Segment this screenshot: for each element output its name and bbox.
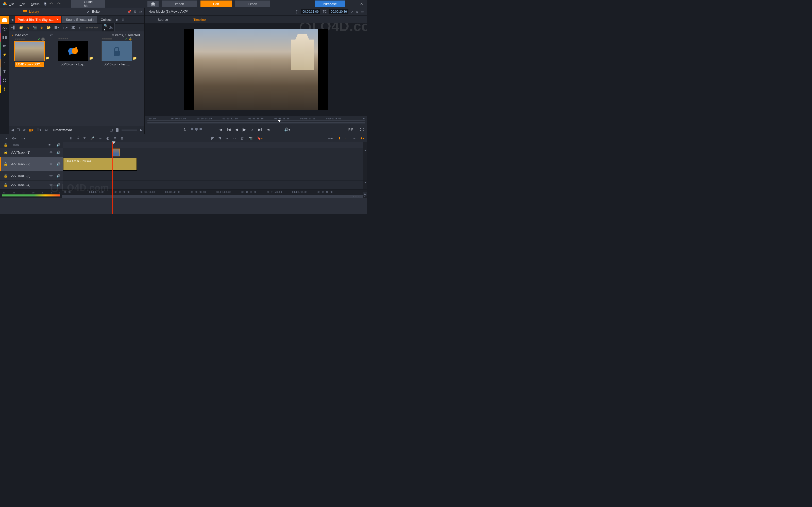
breadcrumb[interactable]: lo4d.com	[15, 33, 29, 37]
razor-icon[interactable]: ✂	[225, 136, 229, 140]
speaker-icon[interactable]: 🔊	[56, 174, 60, 178]
lock-icon[interactable]: 🔓	[4, 151, 8, 154]
preview-ruler[interactable]: :00.00 00:00:04.00 00:00:08.00 00:00:12.…	[145, 116, 367, 125]
purchase-button[interactable]: Purchase	[315, 1, 345, 7]
timeline-ruler[interactable]: 00.00 00:00:10.00 00:00:20.00 00:00:30.0…	[62, 190, 363, 198]
snap-icon[interactable]: ⊂	[345, 136, 348, 140]
pip-button[interactable]: PiP	[346, 127, 356, 132]
playhead-icon[interactable]	[278, 120, 281, 122]
master-lock-icon[interactable]: 🔓	[4, 143, 8, 147]
master-speaker-icon[interactable]: 🔊	[56, 143, 60, 147]
nav-back-icon[interactable]: ◀	[9, 18, 15, 21]
sidebar-media-icon[interactable]	[0, 24, 9, 33]
timeline-clip[interactable]: LO4D.com - Test.avi	[63, 158, 137, 171]
collections-tab[interactable]: Collecti	[98, 16, 114, 23]
fullscreen-icon[interactable]: ⛶	[360, 127, 364, 131]
track-name[interactable]: A/V Track (4)	[11, 183, 46, 187]
redo-icon[interactable]: ↷	[56, 1, 62, 7]
import-folder-icon[interactable]: 📁	[19, 25, 23, 30]
scroll-down-icon[interactable]: ▾	[363, 180, 367, 189]
trim-mode-icon[interactable]: ⇥⇤	[328, 136, 334, 140]
sidebar-titles-icon[interactable]: T	[0, 67, 9, 76]
sort-icon[interactable]: ↑↓▾	[63, 25, 68, 30]
video-preview[interactable]	[184, 29, 328, 110]
undo-icon[interactable]: ↶	[48, 1, 54, 7]
tag-icon-tb[interactable]: 🏷	[79, 25, 82, 30]
transition-icon[interactable]: ▭	[233, 136, 236, 140]
mark-out-icon[interactable]: ◥	[218, 136, 221, 140]
folder-icon[interactable]: 📂	[47, 25, 51, 30]
list-view-icon[interactable]: ☰▾	[37, 128, 41, 132]
tab-timeline[interactable]: Timeline	[181, 16, 218, 23]
scorefitter-icon[interactable]: 𝄞	[77, 136, 79, 140]
track-name[interactable]: A/V Track (1)	[11, 151, 46, 154]
window-minimize-icon[interactable]: —	[346, 2, 350, 6]
color-icon[interactable]: ◐	[106, 136, 109, 140]
ducking-icon[interactable]: ∿	[99, 136, 102, 140]
settings-icon[interactable]: ⚙▾	[12, 136, 17, 140]
marker-icon[interactable]: 🔖▾	[257, 136, 263, 140]
info-icon[interactable]: i	[41, 38, 45, 41]
trash-icon[interactable]: 🗑	[241, 136, 244, 140]
sound-effects-tab[interactable]: Sound Effects: (all)	[62, 16, 97, 23]
title-icon[interactable]: T	[84, 136, 86, 140]
lock-icon[interactable]: 🔓	[4, 174, 8, 178]
step-fwd-icon[interactable]: ▶Ⅰ	[258, 127, 262, 131]
storyboard-icon[interactable]: ▭▭	[13, 143, 19, 147]
grid-view-icon[interactable]: ▦▾	[29, 128, 34, 132]
track-height-icon[interactable]: ═▾	[21, 136, 26, 140]
tab-library[interactable]: Library	[0, 8, 62, 15]
goto-end-icon[interactable]: ⏭	[266, 127, 270, 131]
window-close-icon[interactable]: ✕	[360, 2, 363, 6]
goto-start-icon[interactable]: ⏮	[219, 127, 222, 131]
smartmovie-button[interactable]: SmartMovie	[53, 128, 72, 132]
step-back-icon[interactable]: Ⅰ◀	[227, 127, 231, 131]
tree-toggle-icon[interactable]: ▾▋	[11, 25, 15, 30]
stack-icon[interactable]: ❐	[17, 128, 20, 132]
audio-mixer-icon[interactable]: Ⅲ	[70, 136, 72, 140]
nav-prev-icon[interactable]: ◀	[11, 128, 14, 132]
thumb-item[interactable]: ★★★★★ ✔ 🔒 📁 LO4D.com - Test....	[100, 41, 134, 67]
voiceover-icon[interactable]: 🎤	[90, 136, 94, 140]
play-icon[interactable]: ▶	[243, 127, 246, 132]
sidebar-effects-icon[interactable]: fx	[0, 42, 9, 50]
multicam-icon[interactable]: ⊞	[120, 136, 123, 140]
eye-icon[interactable]: 👁	[49, 151, 53, 154]
photo-filter-icon[interactable]: 📷	[33, 25, 37, 30]
aspect-icon[interactable]: ▢	[110, 128, 113, 132]
tab-editor[interactable]: Editor	[62, 8, 125, 15]
frame-fwd-icon[interactable]: ▷	[251, 127, 253, 131]
loop-icon[interactable]: ↻	[184, 127, 187, 131]
display-mode-icon[interactable]: ▭	[139, 10, 142, 14]
popout-icon[interactable]: ⧉	[134, 10, 136, 14]
3d-toggle[interactable]: 3D	[71, 25, 75, 30]
sidebar-bin-icon[interactable]	[0, 16, 9, 24]
sidebar-montage-icon[interactable]	[0, 76, 9, 85]
master-eye-icon[interactable]: 👁	[48, 143, 51, 147]
tab-edit[interactable]: Edit	[200, 1, 232, 7]
magnet-icon[interactable]: ⬆	[338, 136, 341, 140]
track-name[interactable]: A/V Track (3)	[11, 174, 46, 178]
speaker-icon[interactable]: 🔊	[56, 162, 60, 166]
mark-in-icon[interactable]: ◤	[211, 136, 214, 140]
scenes-icon[interactable]: ☰▾	[54, 25, 59, 30]
dual-view-icon[interactable]: ▭	[361, 10, 364, 13]
thumb-item[interactable]: ★★★★★ ✔ i 📁 LO4D.com - DSC...	[13, 41, 46, 67]
track-name[interactable]: A/V Track (2)	[11, 162, 46, 166]
video-filter-icon[interactable]: ⊛	[40, 25, 43, 30]
tools-icon[interactable]: ✦▾	[360, 136, 365, 140]
frame-back-icon[interactable]: ◀	[235, 127, 238, 131]
home-button[interactable]	[147, 1, 159, 7]
tag-icon[interactable]: 🏷	[44, 128, 48, 132]
zoom-scrollbar[interactable]	[62, 195, 363, 198]
refresh-icon[interactable]: ⟳	[23, 128, 26, 132]
display-options-icon[interactable]: ▭▾	[3, 136, 7, 140]
help-icon[interactable]: ?	[44, 2, 46, 6]
shuttle-control[interactable]	[191, 128, 202, 131]
eye-icon[interactable]: 👁	[49, 174, 53, 178]
tab-import[interactable]: Import	[162, 1, 197, 7]
lock-icon[interactable]: 🔓	[4, 183, 8, 187]
link-icon[interactable]: ⧉	[114, 136, 116, 140]
snapshot-icon[interactable]: 📷	[248, 136, 252, 140]
lock-icon[interactable]: 🔓	[4, 162, 8, 166]
